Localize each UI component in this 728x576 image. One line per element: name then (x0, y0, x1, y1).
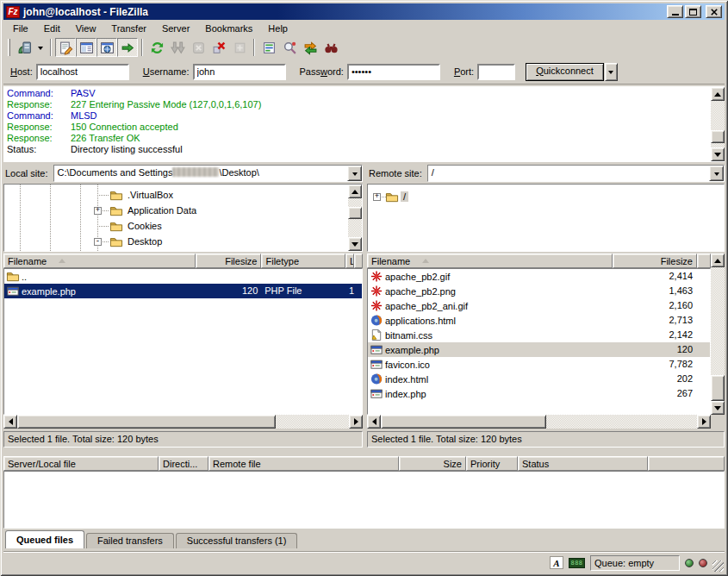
menu-server[interactable]: Server (154, 22, 197, 34)
transfer-queue-header: Server/Local fileDirecti...Remote fileSi… (3, 456, 725, 471)
expander-plus-icon[interactable]: + (373, 193, 381, 201)
tree-item[interactable]: .VirtualBox (4, 188, 362, 203)
tree-item[interactable]: +Application Data (4, 203, 362, 218)
folder-icon (109, 189, 123, 202)
menu-bookmarks[interactable]: Bookmarks (197, 22, 260, 34)
tree-item[interactable]: -Desktop (4, 235, 362, 249)
scroll-up-button[interactable] (711, 87, 725, 101)
file-row[interactable]: bitnami.css2,142 (368, 328, 710, 342)
queue-column-status[interactable]: Status (518, 456, 648, 471)
scroll-thumb[interactable] (348, 207, 362, 219)
queue-column-size[interactable]: Size (399, 456, 466, 471)
menu-view[interactable]: View (68, 22, 104, 34)
quickconnect-bar: Host: Username: Password: Port: Quickcon… (3, 59, 725, 85)
column-header-filename[interactable]: Filename (367, 254, 613, 268)
host-input[interactable] (36, 64, 129, 80)
site-manager-icon[interactable] (14, 38, 34, 57)
menu-transfer[interactable]: Transfer (103, 22, 154, 34)
reconnect-icon[interactable] (229, 38, 250, 57)
local-list-hscrollbar[interactable] (3, 415, 363, 429)
close-button[interactable] (706, 5, 722, 18)
tree-item[interactable]: Cookies (4, 219, 362, 234)
site-manager-dropdown[interactable] (34, 38, 47, 57)
local-tree-scrollbar[interactable] (348, 185, 362, 251)
log-scrollbar[interactable] (711, 87, 725, 161)
compare-icon[interactable] (279, 38, 300, 57)
file-row[interactable]: favicon.ico7,782 (368, 357, 710, 372)
scroll-thumb[interactable] (381, 415, 546, 429)
column-header-filesize[interactable]: Filesize (196, 254, 262, 268)
remote-list-vscrollbar[interactable] (711, 254, 725, 415)
toggle-queue-icon[interactable] (117, 38, 138, 57)
process-queue-icon[interactable] (167, 38, 188, 57)
column-header-filetype[interactable]: Filetype (261, 254, 345, 268)
log-message: 227 Entering Passive Mode (127,0,0,1,6,1… (71, 99, 261, 110)
column-header-filesize[interactable]: Filesize (613, 254, 697, 268)
tree-item[interactable]: +/ (368, 190, 724, 204)
menu-file[interactable]: File (5, 22, 36, 34)
remote-site-dropdown-button[interactable] (709, 166, 724, 181)
queue-column-priority[interactable]: Priority (466, 456, 518, 471)
resize-grip[interactable] (712, 560, 724, 572)
column-header-filename[interactable]: Filename (3, 254, 196, 268)
remote-site-combo[interactable]: / (427, 165, 725, 182)
cancel-icon[interactable] (188, 38, 208, 57)
file-row[interactable]: apache_pb2.gif2,414 (368, 269, 710, 284)
queue-column-serverlocalfile[interactable]: Server/Local file (3, 456, 159, 471)
scroll-right-button[interactable] (697, 415, 711, 429)
file-row[interactable]: apache_pb2.png1,463 (368, 284, 710, 298)
local-site-dropdown-button[interactable] (347, 166, 362, 181)
scroll-down-button[interactable] (711, 401, 725, 415)
toggle-local-tree-icon[interactable] (76, 38, 96, 57)
file-row[interactable]: apache_pb2_ani.gif2,160 (368, 298, 710, 313)
file-row[interactable]: example.php120PHP File1 (4, 284, 362, 298)
password-input[interactable] (347, 64, 440, 80)
log-line: Status:Directory listing successful (7, 144, 707, 155)
disconnect-icon[interactable] (208, 38, 229, 57)
username-input[interactable] (193, 64, 286, 80)
scroll-down-button[interactable] (711, 147, 725, 161)
column-header-l[interactable]: L (345, 254, 354, 268)
file-row[interactable]: example.php120 (368, 342, 710, 357)
menu-help[interactable]: Help (260, 22, 296, 34)
scroll-right-button[interactable] (349, 415, 363, 429)
file-row[interactable]: .. (4, 269, 362, 284)
file-row[interactable]: applications.html2,713 (368, 313, 710, 328)
file-name: .. (22, 270, 27, 284)
toolbar-grip[interactable] (8, 39, 10, 56)
scroll-down-button[interactable] (348, 237, 362, 251)
tab-queued-files[interactable]: Queued files (5, 530, 84, 548)
local-site-combo[interactable]: C:\Documents and Settings\Desktop\ (53, 165, 363, 182)
scroll-up-button[interactable] (711, 254, 725, 267)
scroll-left-button[interactable] (3, 415, 17, 429)
port-input[interactable] (477, 64, 515, 80)
quickconnect-button[interactable]: Quickconnect (526, 63, 604, 81)
queue-column-remotefile[interactable]: Remote file (208, 456, 399, 471)
filter-icon[interactable] (258, 38, 279, 57)
toggle-message-log-icon[interactable] (55, 38, 76, 57)
toggle-remote-tree-icon[interactable] (96, 38, 117, 57)
title-bar[interactable]: Fz john@localhost - FileZilla (3, 3, 725, 20)
refresh-icon[interactable] (146, 38, 167, 57)
sync-browsing-icon[interactable] (300, 38, 320, 57)
scroll-left-button[interactable] (367, 415, 381, 429)
scroll-up-button[interactable] (348, 185, 362, 198)
file-cell: 120 (196, 284, 263, 298)
file-row[interactable]: index.php267 (368, 386, 710, 401)
quickconnect-dropdown[interactable] (605, 63, 618, 81)
remote-list-hscrollbar[interactable] (367, 415, 711, 429)
menu-edit[interactable]: Edit (36, 22, 68, 34)
file-cell: 7,782 (613, 357, 698, 372)
scroll-thumb[interactable] (711, 375, 725, 401)
file-row[interactable]: index.html202 (368, 372, 710, 386)
scroll-thumb[interactable] (17, 415, 276, 429)
queue-column-directi[interactable]: Directi... (159, 456, 208, 471)
scroll-thumb[interactable] (711, 130, 725, 143)
tab-failed-transfers[interactable]: Failed transfers (86, 533, 174, 548)
expander-minus-icon[interactable]: - (94, 238, 102, 246)
maximize-button[interactable] (685, 5, 701, 18)
expander-plus-icon[interactable]: + (94, 207, 102, 215)
search-icon[interactable] (320, 38, 341, 57)
tab-successful-transfers-1-[interactable]: Successful transfers (1) (176, 533, 298, 548)
minimize-button[interactable] (667, 5, 683, 18)
